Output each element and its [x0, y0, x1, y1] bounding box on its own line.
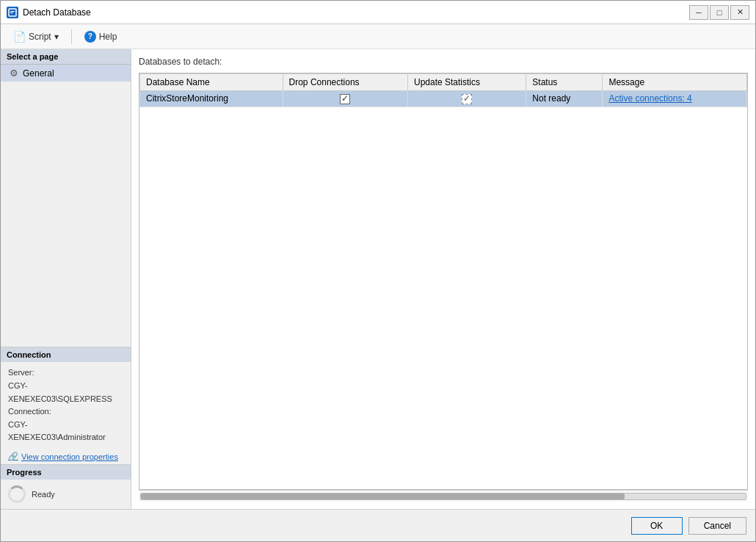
close-button[interactable]: ✕: [730, 5, 749, 20]
sidebar-general-label: General: [23, 68, 54, 79]
minimize-button[interactable]: ─: [689, 5, 708, 20]
databases-table-container: Database Name Drop Connections Update St…: [139, 73, 748, 490]
connection-label: Connection:: [8, 405, 123, 419]
progress-area: Ready: [1, 480, 131, 509]
maximize-button[interactable]: □: [710, 5, 729, 20]
col-message: Message: [603, 74, 747, 91]
help-icon: ?: [84, 31, 96, 43]
connection-link-icon: 🔗: [8, 452, 18, 461]
databases-label: Databases to detach:: [139, 57, 748, 67]
gear-icon: ⚙: [10, 68, 18, 79]
cell-message[interactable]: Active connections: 4: [603, 91, 747, 107]
col-database-name: Database Name: [140, 74, 283, 91]
connection-section-label: Connection: [1, 347, 131, 362]
window-icon: [7, 7, 18, 18]
horizontal-scrollbar-area: [139, 490, 748, 502]
main-panel: Databases to detach: Database Name Drop …: [131, 49, 755, 509]
window-title: Detach Database: [23, 7, 91, 18]
sidebar-item-general[interactable]: ⚙ General: [1, 65, 131, 82]
table-header: Database Name Drop Connections Update St…: [140, 74, 747, 91]
cell-status: Not ready: [526, 91, 603, 107]
col-status: Status: [526, 74, 603, 91]
select-page-label: Select a page: [1, 49, 131, 65]
connection-info: Server: CGY-XENEXEC03\SQLEXPRESS Connect…: [1, 362, 131, 449]
footer: OK Cancel: [1, 509, 755, 541]
cell-drop-connections[interactable]: [283, 91, 407, 107]
drop-connections-checkbox[interactable]: [340, 94, 350, 104]
content-area: Select a page ⚙ General Connection Serve…: [1, 49, 755, 509]
progress-status: Ready: [32, 490, 55, 499]
progress-spinner: [8, 485, 26, 503]
cancel-button[interactable]: Cancel: [688, 517, 746, 535]
sidebar-bottom: Connection Server: CGY-XENEXEC03\SQLEXPR…: [1, 347, 131, 509]
title-bar-left: Detach Database: [7, 7, 91, 18]
svg-rect-2: [10, 12, 13, 13]
script-button[interactable]: 📄 Script ▾: [7, 29, 65, 45]
view-connection-label: View connection properties: [21, 452, 118, 461]
title-bar: Detach Database ─ □ ✕: [1, 1, 755, 24]
script-label: Script: [29, 32, 51, 42]
scrollbar-thumb: [141, 494, 625, 499]
title-buttons: ─ □ ✕: [689, 5, 749, 20]
cell-db-name: CitrixStoreMonitoring: [140, 91, 283, 107]
svg-rect-1: [10, 11, 15, 12]
main-window: Detach Database ─ □ ✕ 📄 Script ▾ ? Help …: [0, 0, 756, 542]
server-label: Server:: [8, 366, 123, 380]
databases-table: Database Name Drop Connections Update St…: [139, 73, 747, 107]
message-link[interactable]: Active connections: 4: [608, 93, 691, 104]
connection-value: CGY-XENEXEC03\Administrator: [8, 419, 123, 444]
toolbar: 📄 Script ▾ ? Help: [1, 24, 755, 49]
script-dropdown-arrow: ▾: [54, 32, 59, 42]
horizontal-scrollbar[interactable]: [140, 493, 746, 500]
progress-section-label: Progress: [1, 464, 131, 480]
help-button[interactable]: ? Help: [78, 29, 124, 45]
view-connection-link[interactable]: 🔗 View connection properties: [1, 449, 131, 464]
update-statistics-checkbox[interactable]: [462, 94, 472, 104]
cell-update-statistics[interactable]: [407, 91, 526, 107]
ok-button[interactable]: OK: [631, 517, 683, 535]
sidebar: Select a page ⚙ General Connection Serve…: [1, 49, 131, 509]
toolbar-separator: [71, 29, 72, 44]
col-update-statistics: Update Statistics: [407, 74, 526, 91]
col-drop-connections: Drop Connections: [283, 74, 407, 91]
table-body: CitrixStoreMonitoring Not ready Active c…: [140, 91, 747, 107]
script-icon: 📄: [13, 31, 26, 43]
server-value: CGY-XENEXEC03\SQLEXPRESS: [8, 380, 123, 405]
header-row: Database Name Drop Connections Update St…: [140, 74, 747, 91]
table-row[interactable]: CitrixStoreMonitoring Not ready Active c…: [140, 91, 747, 107]
help-label: Help: [99, 32, 117, 42]
